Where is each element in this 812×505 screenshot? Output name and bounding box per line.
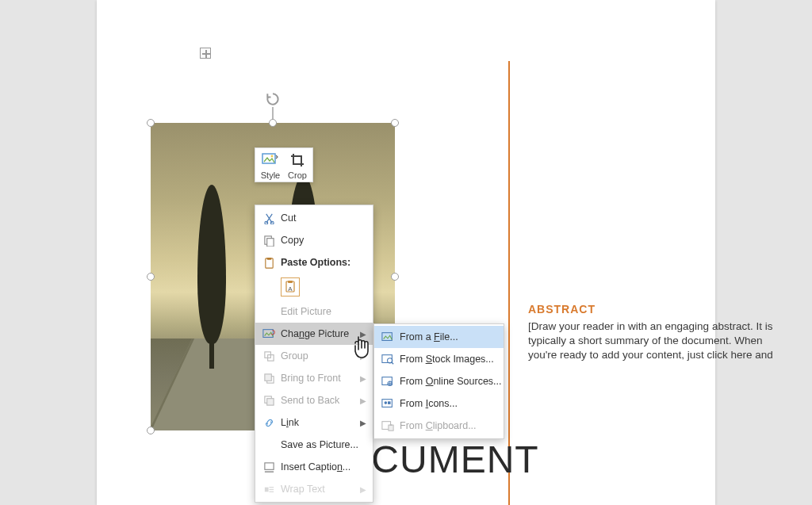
- svg-rect-20: [264, 487, 268, 492]
- menu-cut-label: Cut: [278, 212, 368, 224]
- submenu-from-icons[interactable]: From Icons...: [374, 392, 504, 415]
- svg-rect-34: [389, 425, 393, 430]
- menu-insert-caption-label: Insert Caption...: [278, 461, 368, 472]
- submenu-from-stock-label: From Stock Images...: [396, 354, 499, 365]
- menu-send-back-label: Send to Back: [278, 395, 360, 406]
- menu-group: Group ▶: [255, 345, 373, 367]
- crop-icon: [284, 151, 311, 169]
- from-icons-icon: [379, 398, 396, 409]
- svg-rect-32: [388, 401, 391, 404]
- paste-keep-formatting[interactable]: A: [281, 277, 300, 296]
- menu-copy[interactable]: Copy: [255, 229, 373, 251]
- submenu-from-online[interactable]: From Online Sources...: [374, 370, 504, 392]
- resize-handle-tm[interactable]: [269, 119, 277, 127]
- rotate-handle[interactable]: [265, 91, 281, 107]
- menu-group-label: Group: [278, 350, 360, 362]
- menu-wrap-text: Wrap Text ▶: [255, 478, 373, 500]
- menu-bring-to-front: Bring to Front ▶: [255, 367, 373, 389]
- from-clipboard-icon: [379, 420, 396, 431]
- submenu-from-online-label: From Online Sources...: [396, 376, 502, 387]
- menu-edit-picture: Edit Picture: [255, 300, 373, 323]
- resize-handle-ml[interactable]: [147, 273, 155, 281]
- picture-context-menu: Cut Copy Paste Options: A Edit Picture C…: [255, 205, 373, 503]
- change-picture-submenu: From a File... From Stock Images... From…: [373, 323, 504, 439]
- caption-icon: [260, 461, 278, 473]
- submenu-from-stock[interactable]: From Stock Images...: [374, 348, 504, 370]
- menu-bring-front-label: Bring to Front: [278, 373, 360, 384]
- svg-rect-18: [264, 462, 273, 469]
- menu-change-picture-label: Change Picture: [278, 328, 360, 339]
- menu-link[interactable]: Link ▶: [255, 411, 373, 434]
- submenu-from-clipboard-label: From Clipboard...: [396, 420, 499, 431]
- submenu-from-clipboard: From Clipboard...: [374, 415, 504, 437]
- menu-save-as-picture-label: Save as Picture...: [278, 439, 368, 450]
- menu-edit-picture-label: Edit Picture: [278, 306, 368, 317]
- menu-paste-options-header: Paste Options:: [255, 251, 373, 274]
- group-icon: [260, 350, 278, 362]
- link-icon: [260, 417, 278, 429]
- resize-handle-mr[interactable]: [391, 273, 399, 281]
- menu-save-as-picture[interactable]: Save as Picture...: [255, 434, 373, 456]
- resize-handle-tr[interactable]: [391, 119, 399, 127]
- submenu-from-file[interactable]: From a File...: [374, 326, 504, 348]
- svg-rect-17: [266, 398, 273, 404]
- cut-icon: [260, 212, 278, 224]
- picture-mini-toolbar: Style Crop: [255, 147, 313, 182]
- svg-rect-25: [382, 355, 392, 363]
- menu-cut[interactable]: Cut: [255, 207, 373, 229]
- submenu-arrow-icon: ▶: [360, 419, 368, 427]
- from-file-icon: [379, 331, 396, 342]
- svg-rect-7: [266, 257, 271, 259]
- bring-front-icon: [260, 373, 278, 384]
- menu-wrap-text-label: Wrap Text: [278, 484, 360, 495]
- abstract-heading: ABSTRACT: [528, 302, 791, 317]
- svg-point-31: [385, 401, 388, 404]
- resize-handle-tl[interactable]: [147, 119, 155, 127]
- abstract-block: ABSTRACT [Draw your reader in with an en…: [528, 302, 791, 363]
- crop-button[interactable]: Crop: [284, 151, 311, 180]
- svg-rect-15: [264, 373, 270, 380]
- send-back-icon: [260, 395, 278, 407]
- paste-options-row: A: [255, 274, 373, 300]
- wrap-text-icon: [260, 484, 278, 495]
- svg-rect-5: [266, 238, 273, 246]
- style-button[interactable]: Style: [257, 151, 284, 180]
- menu-copy-label: Copy: [278, 235, 368, 246]
- menu-insert-caption[interactable]: Insert Caption...: [255, 456, 373, 478]
- svg-text:A: A: [288, 285, 293, 293]
- menu-send-to-back: Send to Back ▶: [255, 389, 373, 411]
- crop-label: Crop: [284, 170, 311, 180]
- svg-rect-9: [288, 281, 293, 283]
- from-stock-icon: [379, 354, 396, 365]
- svg-rect-35: [390, 424, 393, 426]
- style-label: Style: [257, 170, 284, 180]
- resize-handle-bl[interactable]: [147, 427, 155, 434]
- svg-point-1: [271, 155, 274, 158]
- rotate-stem: [272, 107, 274, 120]
- picture-style-icon: [257, 151, 284, 169]
- object-anchor-icon: [200, 48, 211, 59]
- submenu-from-file-label: From a File...: [396, 331, 499, 342]
- from-online-icon: [379, 376, 396, 387]
- menu-change-picture[interactable]: Change Picture ▶: [255, 323, 373, 345]
- submenu-arrow-icon: ▶: [360, 330, 368, 339]
- menu-link-label: Link: [278, 417, 360, 428]
- submenu-from-icons-label: From Icons...: [396, 398, 499, 409]
- abstract-body-text: [Draw your reader in with an engaging ab…: [528, 319, 791, 363]
- menu-paste-options-label: Paste Options:: [278, 257, 368, 268]
- change-picture-icon: [260, 328, 278, 339]
- copy-icon: [260, 235, 278, 247]
- paste-icon: [260, 257, 278, 269]
